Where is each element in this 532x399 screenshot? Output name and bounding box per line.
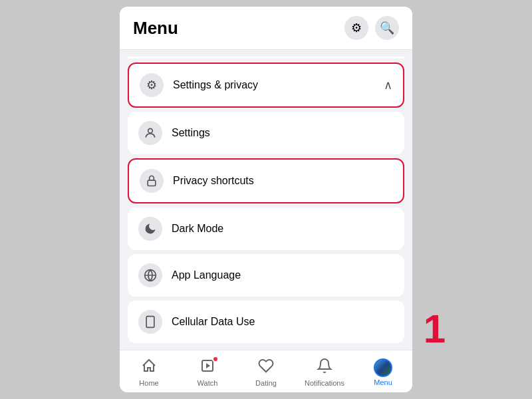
nav-watch[interactable]: Watch [178,358,237,387]
notifications-icon [317,358,332,378]
search-icon: 🔍 [380,21,394,35]
step-1-badge: 1 [424,309,446,349]
gear-icon: ⚙ [351,21,362,35]
help-support-item[interactable]: ? Help & support ∨ [128,57,404,59]
dating-icon [258,358,274,378]
privacy-shortcuts-wrapper: Privacy shortcuts 3 [128,158,404,203]
nav-notifications[interactable]: Notifications [295,358,354,387]
nav-dating[interactable]: Dating [237,358,295,387]
header: Menu ⚙ 🔍 [120,7,412,50]
settings-item[interactable]: Settings [128,112,404,154]
settings-privacy-chevron: ∧ [384,78,392,92]
menu-label: Menu [374,378,392,386]
cellular-data-icon [138,310,162,334]
settings-privacy-label: Settings & privacy [173,79,384,91]
settings-item-icon [138,121,162,145]
dark-mode-item[interactable]: Dark Mode [128,207,404,250]
search-icon-btn[interactable]: 🔍 [375,16,399,40]
svg-rect-1 [148,180,156,186]
svg-rect-3 [146,317,154,328]
cellular-data-item[interactable]: Cellular Data Use [128,301,404,343]
menu-avatar [374,358,392,377]
page-title: Menu [133,18,178,39]
dark-mode-label: Dark Mode [172,223,394,235]
cellular-data-label: Cellular Data Use [172,316,394,328]
app-language-item[interactable]: App Language [128,254,404,297]
watch-notification-dot [212,356,219,362]
home-label: Home [139,379,158,387]
settings-icon-btn[interactable]: ⚙ [344,16,368,40]
nav-menu[interactable]: Menu [354,358,412,386]
home-icon [141,358,157,378]
menu-content: ? Help & support ∨ ⚙ Settings & privacy … [120,50,412,350]
svg-marker-6 [206,363,210,368]
watch-icon [200,358,215,378]
settings-privacy-wrapper: ⚙ Settings & privacy ∧ 2 [128,63,404,108]
settings-privacy-icon: ⚙ [140,73,164,97]
settings-submenu: Settings Privacy shortcuts 3 [128,112,404,343]
privacy-shortcuts-label: Privacy shortcuts [173,175,392,187]
app-language-label: App Language [172,269,394,281]
notifications-label: Notifications [305,379,344,387]
phone-container: Menu ⚙ 🔍 ? Help & support ∨ [120,7,412,392]
app-language-icon [138,263,162,287]
dark-mode-icon [138,217,162,241]
bottom-nav: Home Watch Dating [120,350,412,392]
privacy-shortcuts-icon [140,169,164,193]
help-support-section: ? Help & support ∨ [128,57,404,59]
settings-privacy-item[interactable]: ⚙ Settings & privacy ∧ [128,63,404,108]
settings-item-label: Settings [172,127,394,139]
header-icons: ⚙ 🔍 [344,16,399,40]
privacy-shortcuts-item[interactable]: Privacy shortcuts [128,158,404,203]
nav-home[interactable]: Home [120,358,178,387]
svg-point-0 [148,128,153,133]
dating-label: Dating [255,379,277,387]
watch-label: Watch [198,379,218,387]
